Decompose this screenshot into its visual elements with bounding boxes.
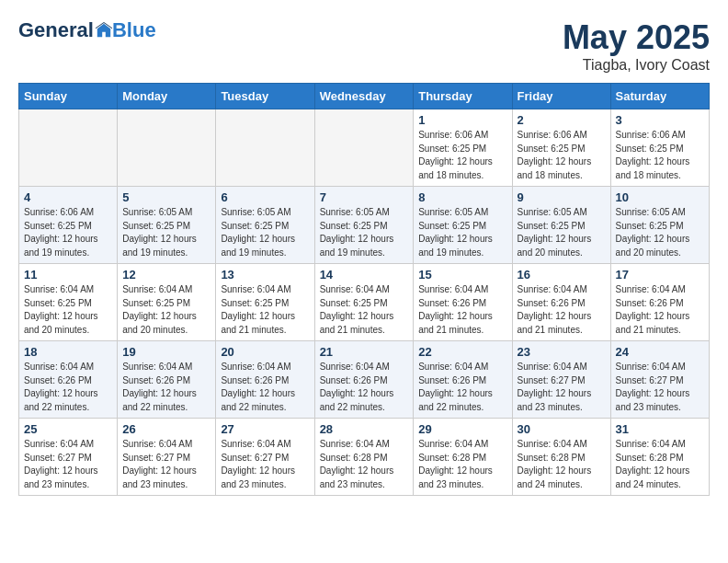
calendar-cell	[118, 109, 216, 187]
calendar-cell: 25Sunrise: 6:04 AM Sunset: 6:27 PM Dayli…	[19, 419, 118, 496]
day-info: Sunrise: 6:04 AM Sunset: 6:25 PM Dayligh…	[24, 283, 112, 337]
calendar-cell: 3Sunrise: 6:06 AM Sunset: 6:25 PM Daylig…	[610, 109, 709, 187]
day-number: 26	[122, 422, 210, 436]
calendar-cell: 31Sunrise: 6:04 AM Sunset: 6:28 PM Dayli…	[610, 419, 709, 496]
calendar-cell: 27Sunrise: 6:04 AM Sunset: 6:27 PM Dayli…	[216, 419, 314, 496]
month-year: May 2025	[563, 18, 710, 57]
day-info: Sunrise: 6:04 AM Sunset: 6:27 PM Dayligh…	[518, 361, 606, 414]
calendar-cell: 9Sunrise: 6:05 AM Sunset: 6:25 PM Daylig…	[512, 187, 610, 264]
day-number: 1	[418, 113, 506, 127]
calendar-cell: 6Sunrise: 6:05 AM Sunset: 6:25 PM Daylig…	[216, 187, 314, 264]
calendar-cell: 20Sunrise: 6:04 AM Sunset: 6:26 PM Dayli…	[216, 341, 314, 419]
calendar-cell: 10Sunrise: 6:05 AM Sunset: 6:25 PM Dayli…	[610, 187, 709, 264]
day-number: 4	[24, 190, 112, 204]
day-header-friday: Friday	[512, 84, 610, 109]
day-number: 23	[518, 345, 606, 359]
calendar-cell: 11Sunrise: 6:04 AM Sunset: 6:25 PM Dayli…	[19, 264, 118, 341]
week-row-3: 11Sunrise: 6:04 AM Sunset: 6:25 PM Dayli…	[19, 264, 710, 341]
day-info: Sunrise: 6:04 AM Sunset: 6:26 PM Dayligh…	[616, 283, 704, 337]
day-number: 24	[616, 345, 704, 359]
day-info: Sunrise: 6:06 AM Sunset: 6:25 PM Dayligh…	[518, 129, 606, 182]
day-number: 28	[320, 422, 409, 436]
logo-icon	[96, 22, 112, 39]
day-info: Sunrise: 6:05 AM Sunset: 6:25 PM Dayligh…	[418, 206, 506, 259]
day-number: 3	[616, 113, 704, 127]
day-info: Sunrise: 6:04 AM Sunset: 6:27 PM Dayligh…	[24, 438, 112, 491]
calendar-cell: 19Sunrise: 6:04 AM Sunset: 6:26 PM Dayli…	[118, 341, 216, 419]
day-header-sunday: Sunday	[19, 84, 118, 109]
week-row-4: 18Sunrise: 6:04 AM Sunset: 6:26 PM Dayli…	[19, 341, 710, 419]
day-info: Sunrise: 6:04 AM Sunset: 6:25 PM Dayligh…	[122, 283, 210, 337]
day-number: 2	[518, 113, 606, 127]
calendar-cell: 22Sunrise: 6:04 AM Sunset: 6:26 PM Dayli…	[414, 341, 512, 419]
calendar-cell	[216, 109, 314, 187]
day-number: 21	[320, 345, 409, 359]
calendar-cell: 26Sunrise: 6:04 AM Sunset: 6:27 PM Dayli…	[118, 419, 216, 496]
calendar-cell: 30Sunrise: 6:04 AM Sunset: 6:28 PM Dayli…	[512, 419, 610, 496]
day-number: 9	[518, 190, 606, 204]
day-number: 6	[221, 190, 309, 204]
calendar-cell: 29Sunrise: 6:04 AM Sunset: 6:28 PM Dayli…	[414, 419, 512, 496]
location: Tiagba, Ivory Coast	[563, 57, 710, 74]
calendar-cell: 16Sunrise: 6:04 AM Sunset: 6:26 PM Dayli…	[512, 264, 610, 341]
day-number: 27	[221, 422, 309, 436]
week-row-5: 25Sunrise: 6:04 AM Sunset: 6:27 PM Dayli…	[19, 419, 710, 496]
logo: General Blue	[18, 18, 156, 42]
day-info: Sunrise: 6:04 AM Sunset: 6:25 PM Dayligh…	[221, 283, 309, 337]
calendar-cell: 21Sunrise: 6:04 AM Sunset: 6:26 PM Dayli…	[314, 341, 414, 419]
calendar-cell: 7Sunrise: 6:05 AM Sunset: 6:25 PM Daylig…	[314, 187, 414, 264]
day-info: Sunrise: 6:04 AM Sunset: 6:28 PM Dayligh…	[418, 438, 506, 491]
day-number: 25	[24, 422, 112, 436]
day-number: 17	[616, 268, 704, 282]
day-info: Sunrise: 6:04 AM Sunset: 6:28 PM Dayligh…	[518, 438, 606, 491]
day-number: 18	[24, 345, 112, 359]
day-info: Sunrise: 6:04 AM Sunset: 6:27 PM Dayligh…	[616, 361, 704, 414]
calendar-cell	[314, 109, 414, 187]
calendar-cell	[19, 109, 118, 187]
day-number: 30	[518, 422, 606, 436]
calendar-cell: 15Sunrise: 6:04 AM Sunset: 6:26 PM Dayli…	[414, 264, 512, 341]
day-info: Sunrise: 6:04 AM Sunset: 6:26 PM Dayligh…	[24, 361, 112, 414]
day-info: Sunrise: 6:05 AM Sunset: 6:25 PM Dayligh…	[616, 206, 704, 259]
day-info: Sunrise: 6:06 AM Sunset: 6:25 PM Dayligh…	[24, 206, 112, 259]
day-info: Sunrise: 6:04 AM Sunset: 6:27 PM Dayligh…	[221, 438, 309, 491]
day-info: Sunrise: 6:04 AM Sunset: 6:27 PM Dayligh…	[122, 438, 210, 491]
calendar-cell: 5Sunrise: 6:05 AM Sunset: 6:25 PM Daylig…	[118, 187, 216, 264]
day-number: 31	[616, 422, 704, 436]
day-number: 7	[320, 190, 409, 204]
day-info: Sunrise: 6:05 AM Sunset: 6:25 PM Dayligh…	[518, 206, 606, 259]
day-info: Sunrise: 6:05 AM Sunset: 6:25 PM Dayligh…	[122, 206, 210, 259]
day-number: 12	[122, 268, 210, 282]
calendar-cell: 24Sunrise: 6:04 AM Sunset: 6:27 PM Dayli…	[610, 341, 709, 419]
day-number: 22	[418, 345, 506, 359]
day-info: Sunrise: 6:06 AM Sunset: 6:25 PM Dayligh…	[418, 129, 506, 182]
week-row-1: 1Sunrise: 6:06 AM Sunset: 6:25 PM Daylig…	[19, 109, 710, 187]
day-info: Sunrise: 6:04 AM Sunset: 6:26 PM Dayligh…	[320, 361, 409, 414]
logo-blue-text: Blue	[112, 18, 156, 42]
page-header: General Blue May 2025 Tiagba, Ivory Coas…	[18, 18, 710, 74]
calendar-cell: 17Sunrise: 6:04 AM Sunset: 6:26 PM Dayli…	[610, 264, 709, 341]
day-number: 29	[418, 422, 506, 436]
title-area: May 2025 Tiagba, Ivory Coast	[563, 18, 710, 74]
day-header-monday: Monday	[118, 84, 216, 109]
day-header-saturday: Saturday	[610, 84, 709, 109]
calendar-table: SundayMondayTuesdayWednesdayThursdayFrid…	[18, 83, 710, 496]
calendar-cell: 13Sunrise: 6:04 AM Sunset: 6:25 PM Dayli…	[216, 264, 314, 341]
day-info: Sunrise: 6:04 AM Sunset: 6:28 PM Dayligh…	[616, 438, 704, 491]
day-number: 20	[221, 345, 309, 359]
day-number: 19	[122, 345, 210, 359]
day-number: 8	[418, 190, 506, 204]
week-row-2: 4Sunrise: 6:06 AM Sunset: 6:25 PM Daylig…	[19, 187, 710, 264]
day-number: 13	[221, 268, 309, 282]
day-number: 14	[320, 268, 409, 282]
calendar-cell: 28Sunrise: 6:04 AM Sunset: 6:28 PM Dayli…	[314, 419, 414, 496]
calendar-cell: 8Sunrise: 6:05 AM Sunset: 6:25 PM Daylig…	[414, 187, 512, 264]
day-number: 5	[122, 190, 210, 204]
logo-general-text: General	[18, 18, 94, 42]
day-info: Sunrise: 6:04 AM Sunset: 6:28 PM Dayligh…	[320, 438, 409, 491]
calendar-cell: 4Sunrise: 6:06 AM Sunset: 6:25 PM Daylig…	[19, 187, 118, 264]
day-info: Sunrise: 6:04 AM Sunset: 6:26 PM Dayligh…	[418, 283, 506, 337]
calendar-cell: 12Sunrise: 6:04 AM Sunset: 6:25 PM Dayli…	[118, 264, 216, 341]
calendar-cell: 23Sunrise: 6:04 AM Sunset: 6:27 PM Dayli…	[512, 341, 610, 419]
day-info: Sunrise: 6:04 AM Sunset: 6:26 PM Dayligh…	[518, 283, 606, 337]
